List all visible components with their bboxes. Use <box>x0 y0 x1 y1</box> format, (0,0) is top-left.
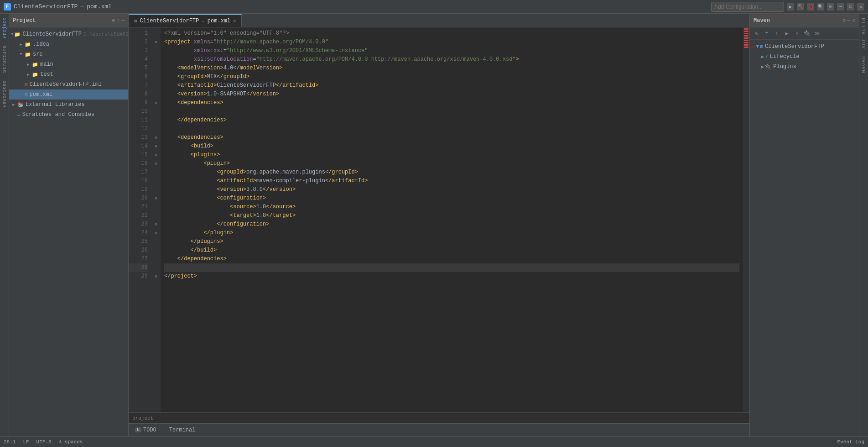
tree-item-idea[interactable]: ▶ 📁 .idea <box>9 39 128 49</box>
debug-btn[interactable]: 🐞 <box>807 3 814 11</box>
main-arrow: ▶ <box>26 62 31 67</box>
terminal-tab[interactable]: Terminal <box>166 426 198 434</box>
maven-tab-vertical[interactable]: Maven <box>860 52 868 77</box>
lifecycle-icon: ⚡ <box>765 54 768 60</box>
code-line-9: <dependencies> <box>164 99 739 107</box>
code-line-24: </plugin> <box>164 229 739 237</box>
project-panel-gear[interactable]: ⚙ <box>112 17 115 23</box>
scrollbar-mark-3 <box>744 33 748 34</box>
tree-item-test[interactable]: ▶ 📁 test <box>9 69 128 79</box>
maven-more-btn[interactable]: ≫ <box>813 29 821 37</box>
maven-download-btn[interactable]: ⬇ <box>773 29 781 37</box>
code-line-2: <project xmlns="http://maven.apache.org/… <box>164 38 739 47</box>
encoding-value: UTF-8 <box>36 439 52 445</box>
project-panel-close[interactable]: — <box>121 17 125 23</box>
tree-item-scratches[interactable]: ▶ ✏ Scratches and Consoles <box>9 110 128 120</box>
scrollbar-mark-6 <box>744 40 748 41</box>
tab-file-icon: m <box>134 18 137 24</box>
ant-build-tab-vertical[interactable]: Ant Build <box>860 14 868 52</box>
app-icon: F <box>4 3 11 11</box>
maven-root-item[interactable]: ⚠ ▼ m ClienteServidorFTP <box>750 42 859 52</box>
status-event-log[interactable]: Event Log <box>837 439 864 445</box>
maven-error-icon: ⚠ <box>752 43 755 50</box>
close-btn[interactable]: ✕ <box>857 3 864 11</box>
project-panel-sort[interactable]: ↕ <box>117 17 120 23</box>
code-line-11: </dependencies> <box>164 116 739 125</box>
editor-tab-pom[interactable]: m ClienteServidorFTP – pom.xml ✕ <box>129 14 242 27</box>
maven-plugins-item[interactable]: ▶ 🔌 Plugins <box>750 62 859 72</box>
maven-lifecycle-item[interactable]: ▶ ⚡ Lifecycle <box>750 52 859 62</box>
code-line-13: <dependencies> <box>164 133 739 142</box>
plugins-label: Plugins <box>773 63 796 70</box>
maven-plugin-btn[interactable]: 🔌 <box>803 29 811 37</box>
maven-panel-close[interactable]: ✕ <box>852 17 855 23</box>
status-line-ending[interactable]: LF <box>23 439 29 445</box>
maven-panel-settings[interactable]: ⚙ <box>842 17 846 23</box>
code-line-10 <box>164 107 739 116</box>
maximize-btn[interactable]: □ <box>847 3 854 11</box>
minimize-btn[interactable]: — <box>837 3 844 11</box>
run-btn[interactable]: ▶ <box>787 3 794 11</box>
project-tab-vertical[interactable]: Project <box>0 14 9 42</box>
todo-num: 6 <box>135 427 141 432</box>
scrollbar-mark-5 <box>744 37 748 39</box>
breadcrumb: project <box>132 415 153 421</box>
code-editor[interactable]: <?xml version="1.0" encoding="UTF-8"?> <… <box>161 27 743 412</box>
code-line-14: <build> <box>164 142 739 151</box>
status-encoding[interactable]: UTF-8 <box>36 439 52 445</box>
editor-scrollbar-track[interactable] <box>743 27 749 412</box>
bottom-toolbar: 6 TODO Terminal <box>129 423 749 436</box>
tree-item-pom[interactable]: ▶ m pom.xml <box>9 89 128 100</box>
event-log-label: Event Log <box>837 439 864 445</box>
title-file: pom.xml <box>87 3 112 10</box>
lifecycle-label: Lifecycle <box>770 53 800 60</box>
tree-item-root[interactable]: ▼ 📁 ClienteServidorFTP C:\Users\USUARI <box>9 29 128 39</box>
settings-btn[interactable]: ⚙ <box>827 3 834 11</box>
iml-file-icon: m <box>25 82 28 87</box>
maven-refresh-btn[interactable]: ↻ <box>753 29 761 37</box>
favorites-tab-vertical[interactable]: Favorites <box>0 77 9 111</box>
title-bar: F ClienteServidorFTP — pom.xml ▶ 🔨 🐞 🔍 ⚙… <box>0 0 868 14</box>
status-indent[interactable]: 4 spaces <box>59 439 83 445</box>
project-panel-title: Project <box>13 17 36 24</box>
editor-content: 1 2 3 4 5 6 7 8 9 10 11 12 13 14 15 16 1… <box>129 27 749 412</box>
maven-run-btn[interactable]: ▶ <box>783 29 791 37</box>
extlibs-icon: 📚 <box>17 102 24 108</box>
search-everywhere-btn[interactable]: 🔍 <box>817 3 824 11</box>
code-line-12 <box>164 125 739 133</box>
tree-item-iml[interactable]: ▶ m ClienteServidorFTP.iml <box>9 79 128 89</box>
tree-item-main[interactable]: ▶ 📁 main <box>9 59 128 69</box>
add-configuration-input[interactable] <box>711 2 784 12</box>
code-line-21: <source>1.8</source> <box>164 203 739 211</box>
tab-close-btn[interactable]: ✕ <box>233 18 236 24</box>
code-line-22: <target>1.8</target> <box>164 211 739 220</box>
maven-add-btn[interactable]: + <box>763 29 771 37</box>
maven-lifecycle-btn[interactable]: ⚡ <box>793 29 801 37</box>
build-btn[interactable]: 🔨 <box>797 3 804 11</box>
lifecycle-arrow: ▶ <box>761 53 764 60</box>
tree-item-src[interactable]: ▼ 📁 src <box>9 49 128 59</box>
main-layout: Project Structure Favorites Project ⚙ ↕ … <box>0 14 868 436</box>
code-line-26: </build> <box>164 246 739 255</box>
plugins-icon: 🔌 <box>765 64 771 70</box>
structure-tab-vertical[interactable]: Structure <box>0 42 9 76</box>
maven-panel-minimize[interactable]: — <box>847 17 851 23</box>
iml-label: ClienteServidorFTP.iml <box>30 81 102 88</box>
pom-file-icon: m <box>25 92 28 97</box>
scrollbar-mark-2 <box>744 31 748 32</box>
app-name: ClienteServidorFTP <box>14 3 78 10</box>
project-panel-header: Project ⚙ ↕ — <box>9 14 128 27</box>
maven-panel-title: Maven <box>754 17 770 24</box>
code-line-27: </dependencies> <box>164 255 739 263</box>
code-line-1: <?xml version="1.0" encoding="UTF-8"?> <box>164 29 739 38</box>
code-line-7: <artifactId>ClienteServidorFTP</artifact… <box>164 81 739 90</box>
scrollbar-mark-9 <box>744 47 748 48</box>
code-line-16: <plugin> <box>164 159 739 168</box>
maven-toolbar: ↻ + ⬇ ▶ ⚡ 🔌 ≫ <box>750 27 859 40</box>
code-line-17: <groupId>org.apache.maven.plugins</group… <box>164 168 739 177</box>
tree-item-extlibs[interactable]: ▶ 📚 External Libraries <box>9 100 128 110</box>
code-line-8: <version>1.0-SNAPSHOT</version> <box>164 90 739 99</box>
extlibs-label: External Libraries <box>26 101 85 108</box>
test-arrow: ▶ <box>26 72 31 77</box>
todo-tab[interactable]: 6 TODO <box>132 426 159 434</box>
